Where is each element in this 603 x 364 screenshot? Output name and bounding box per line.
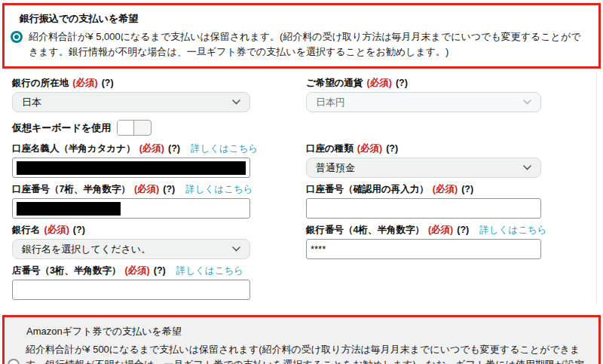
currency-label-row: ご希望の通貨 (必須) (?) (306, 78, 541, 89)
bank-transfer-description: 紹介料合計が¥ 5,000になるまで支払いは保留されます。(紹介料の受け取り方法… (29, 29, 589, 60)
help-tooltip-icon[interactable]: (?) (457, 225, 469, 236)
gift-card-radio[interactable] (8, 359, 20, 364)
required-badge: (必須) (367, 78, 392, 89)
help-tooltip-icon[interactable]: (?) (396, 78, 408, 89)
chevron-down-icon (232, 246, 240, 252)
currency-label: ご希望の通貨 (306, 78, 363, 89)
field-account-number-confirm: 口座番号（確認用の再入力） (必須) (?) (306, 184, 541, 219)
account-number-confirm-label-row: 口座番号（確認用の再入力） (必須) (?) (306, 184, 541, 195)
help-tooltip-icon[interactable]: (?) (386, 143, 398, 154)
gift-card-option-title: Amazonギフト券での支払いを希望 (26, 325, 588, 338)
field-virtual-keyboard: 仮想キーボードを使用 (12, 120, 250, 136)
required-badge: (必須) (44, 225, 69, 236)
field-account-holder: 口座名義人（半角カタカナ） (必須) (?) 詳しくはこちら (12, 143, 250, 178)
account-holder-input[interactable] (12, 158, 250, 178)
bank-location-label-row: 銀行の所在地 (必須) (?) (12, 78, 250, 89)
field-bank-name: 銀行名 (必須) (?) 銀行名を選択してください。 (12, 225, 250, 259)
bank-number-input[interactable]: **** (306, 239, 541, 259)
bank-name-label-row: 銀行名 (必須) (?) (12, 225, 250, 236)
toggle-knob (118, 121, 134, 135)
help-tooltip-icon[interactable]: (?) (102, 78, 114, 89)
required-badge: (必須) (139, 143, 164, 154)
spacer (306, 118, 541, 143)
redacted-value (17, 202, 121, 216)
account-holder-label: 口座名義人（半角カタカナ） (12, 143, 136, 154)
account-number-details-link[interactable]: 詳しくはこちら (185, 184, 253, 195)
field-bank-location: 銀行の所在地 (必須) (?) 日本 (12, 78, 250, 112)
currency-select: 日本円 (306, 92, 541, 112)
field-bank-number: 銀行番号（4桁、半角数字） (必須) (?) 詳しくはこちら **** (306, 225, 541, 259)
account-number-confirm-label: 口座番号（確認用の再入力） (306, 184, 429, 195)
required-badge: (必須) (134, 184, 159, 195)
account-holder-label-row: 口座名義人（半角カタカナ） (必須) (?) 詳しくはこちら (12, 143, 250, 154)
required-badge: (必須) (433, 184, 458, 195)
account-type-select[interactable]: 普通預金 (306, 158, 541, 178)
required-badge: (必須) (72, 78, 97, 89)
chevron-down-icon (523, 165, 531, 170)
required-badge: (必須) (124, 265, 149, 277)
required-badge: (必須) (428, 225, 453, 236)
required-badge: (必須) (357, 143, 382, 154)
bank-transfer-radio[interactable] (11, 31, 23, 43)
virtual-keyboard-toggle[interactable] (117, 120, 152, 136)
chevron-down-icon (232, 99, 240, 105)
help-tooltip-icon[interactable]: (?) (461, 184, 473, 195)
account-type-label: 口座の種類 (306, 143, 354, 154)
gift-card-option-box: Amazonギフト券での支払いを希望 紹介料合計が¥ 500になるまで支払いは保… (2, 315, 601, 364)
account-holder-details-link[interactable]: 詳しくはこちら (191, 143, 258, 154)
panel-divider (596, 72, 597, 304)
branch-number-label-row: 店番号（3桁、半角数字） (必須) (?) 詳しくはこちら (12, 265, 250, 277)
redacted-value (17, 161, 246, 175)
field-currency: ご希望の通貨 (必須) (?) 日本円 (306, 78, 541, 112)
help-tooltip-icon[interactable]: (?) (163, 184, 175, 195)
account-type-label-row: 口座の種類 (必須) (?) (306, 143, 541, 154)
bank-transfer-option-box: 銀行振込での支払いを希望 紹介料合計が¥ 5,000になるまで支払いは保留されま… (2, 3, 601, 69)
branch-number-label: 店番号（3桁、半角数字） (12, 265, 121, 277)
help-tooltip-icon[interactable]: (?) (73, 225, 85, 236)
account-number-label-row: 口座番号（7桁、半角数字） (必須) (?) 詳しくはこちら (12, 184, 250, 195)
help-tooltip-icon[interactable]: (?) (168, 143, 180, 154)
chevron-down-icon (523, 99, 531, 105)
account-number-label: 口座番号（7桁、半角数字） (12, 184, 130, 195)
bank-location-select[interactable]: 日本 (12, 92, 250, 112)
field-account-number: 口座番号（7桁、半角数字） (必須) (?) 詳しくはこちら (12, 184, 250, 219)
branch-number-input[interactable] (12, 280, 250, 300)
spacer (306, 265, 541, 306)
bank-name-select[interactable]: 銀行名を選択してください。 (12, 239, 250, 259)
account-number-confirm-input[interactable] (306, 198, 541, 219)
bank-number-label: 銀行番号（4桁、半角数字） (306, 225, 424, 236)
virtual-keyboard-label: 仮想キーボードを使用 (12, 121, 111, 135)
bank-details-form: 銀行の所在地 (必須) (?) 日本 ご希望の通貨 (必須) (?) 日本円 仮… (0, 69, 603, 306)
field-branch-number: 店番号（3桁、半角数字） (必須) (?) 詳しくはこちら (12, 265, 250, 300)
bank-number-label-row: 銀行番号（4桁、半角数字） (必須) (?) 詳しくはこちら (306, 225, 541, 236)
bank-location-label: 銀行の所在地 (12, 78, 69, 89)
help-tooltip-icon[interactable]: (?) (154, 265, 166, 277)
field-account-type: 口座の種類 (必須) (?) 普通預金 (306, 143, 541, 178)
account-number-input[interactable] (12, 198, 250, 219)
gift-card-description: 紹介料合計が¥ 500になるまで支払いは保留されます(紹介料の受け取り方法は毎月… (26, 342, 588, 364)
bank-transfer-option-title: 銀行振込での支払いを希望 (20, 12, 589, 26)
bank-number-details-link[interactable]: 詳しくはこちら (479, 225, 546, 236)
bank-name-label: 銀行名 (12, 225, 41, 236)
branch-number-details-link[interactable]: 詳しくはこちら (176, 265, 243, 277)
